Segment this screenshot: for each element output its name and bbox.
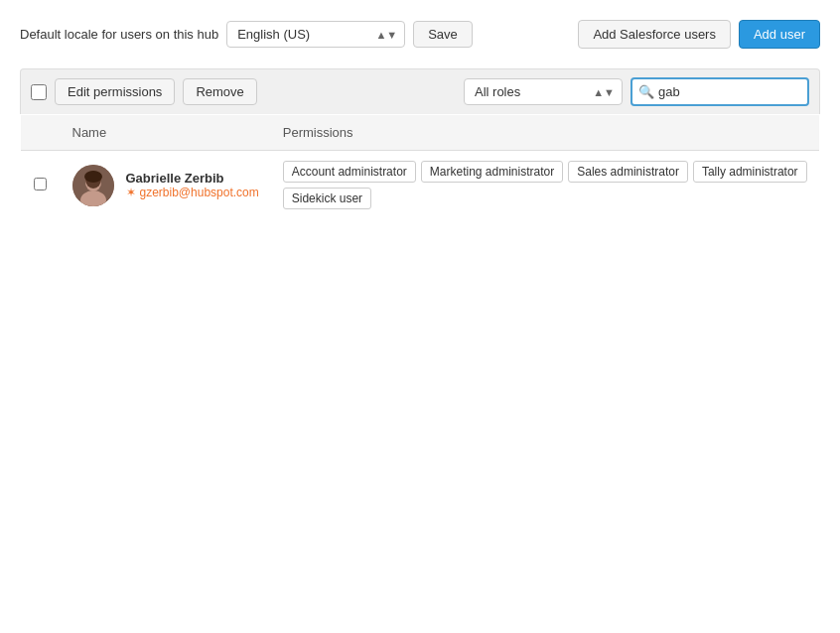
- search-input[interactable]: [630, 77, 809, 106]
- user-name: Gabrielle Zerbib: [126, 171, 259, 186]
- locale-label: Default locale for users on this hub: [20, 27, 218, 42]
- user-table: Name Permissions Gabrielle Zerbib ✶ gze: [20, 114, 820, 220]
- table-row: Gabrielle Zerbib ✶ gzerbib@hubspot.com A…: [21, 151, 820, 220]
- table-header-name: Name: [61, 115, 271, 151]
- roles-select-wrapper: All roles Account administrator Marketin…: [464, 78, 623, 105]
- remove-button[interactable]: Remove: [183, 78, 256, 105]
- hubspot-icon: ✶: [126, 186, 136, 199]
- add-user-button[interactable]: Add user: [739, 20, 820, 49]
- permissions-cell: Account administratorMarketing administr…: [271, 151, 820, 220]
- permission-tag: Tally administrator: [693, 161, 807, 183]
- add-salesforce-button[interactable]: Add Salesforce users: [578, 20, 731, 49]
- permission-tags: Account administratorMarketing administr…: [283, 161, 807, 209]
- user-email: gzerbib@hubspot.com: [140, 186, 259, 199]
- user-name-block: Gabrielle Zerbib ✶ gzerbib@hubspot.com: [126, 171, 259, 199]
- permission-tag: Sales administrator: [568, 161, 688, 183]
- permission-tag: Account administrator: [283, 161, 416, 183]
- permission-tag: Sidekick user: [283, 188, 371, 209]
- row-checkbox-cell: [21, 151, 61, 220]
- user-info: Gabrielle Zerbib ✶ gzerbib@hubspot.com: [72, 165, 259, 206]
- permission-tag: Marketing administrator: [421, 161, 563, 183]
- select-all-checkbox[interactable]: [31, 84, 47, 100]
- user-email-row: ✶ gzerbib@hubspot.com: [126, 186, 259, 199]
- avatar: [72, 165, 114, 206]
- table-header-row: Name Permissions: [21, 115, 820, 151]
- locale-select-wrapper: English (US) ▲▼: [226, 21, 405, 48]
- top-bar-right: Add Salesforce users Add user: [578, 20, 820, 49]
- table-header-checkbox-col: [21, 115, 61, 151]
- svg-point-4: [84, 171, 102, 183]
- toolbar: Edit permissions Remove All roles Accoun…: [20, 68, 820, 114]
- save-button[interactable]: Save: [413, 21, 473, 48]
- user-name-cell: Gabrielle Zerbib ✶ gzerbib@hubspot.com: [61, 151, 271, 220]
- top-bar: Default locale for users on this hub Eng…: [20, 20, 820, 49]
- table-header-permissions: Permissions: [271, 115, 820, 151]
- row-checkbox[interactable]: [34, 178, 47, 190]
- search-wrapper: 🔍: [630, 77, 809, 106]
- locale-select[interactable]: English (US): [226, 21, 405, 48]
- edit-permissions-button[interactable]: Edit permissions: [55, 78, 175, 105]
- roles-select[interactable]: All roles Account administrator Marketin…: [464, 78, 623, 105]
